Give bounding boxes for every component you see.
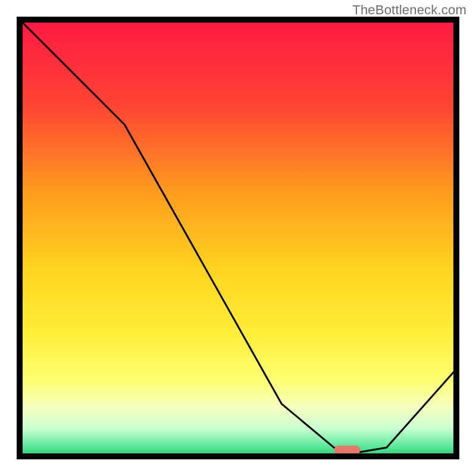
plot-area: [17, 17, 459, 459]
watermark-text: TheBottleneck.com: [352, 2, 466, 18]
bottleneck-chart: [0, 0, 476, 476]
optimal-marker: [334, 446, 361, 454]
